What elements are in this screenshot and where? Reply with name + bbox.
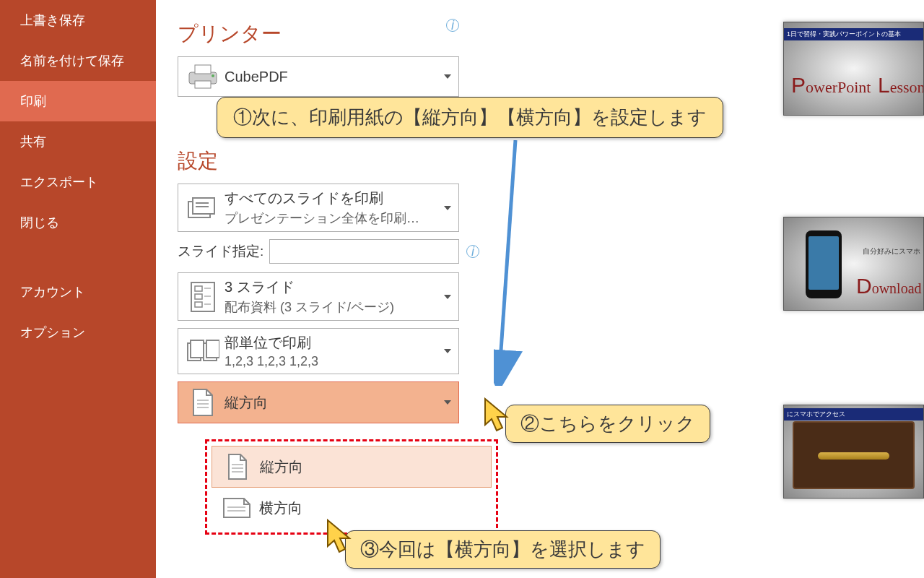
sidebar-item-label: オプション	[20, 325, 85, 340]
info-icon[interactable]: i	[466, 245, 479, 258]
sidebar-item-save-as[interactable]: 名前を付けて保存	[0, 40, 156, 81]
slide-spec-row: スライド指定: i	[178, 239, 459, 264]
portrait-page-icon	[221, 452, 254, 481]
preview-thumb-1[interactable]: 1日で習得・実践パワーポイントの基本 PPowerPointowerPoint …	[783, 22, 924, 116]
orientation-option-label: 横方向	[253, 499, 302, 518]
preview-thumb-3[interactable]: にスマホでアクセス	[783, 405, 924, 499]
sidebar-item-close[interactable]: 閉じる	[0, 202, 156, 243]
printer-name: CubePDF	[225, 69, 451, 85]
preview-thumb-2[interactable]: 自分好みにスマホ Download	[783, 217, 924, 311]
thumb-text: Download	[856, 274, 922, 298]
callout-step-1: ①次に、印刷用紙の【縦方向】【横方向】を設定します	[217, 97, 723, 138]
orientation-select[interactable]: 縦方向	[178, 381, 459, 423]
sidebar-item-label: 閉じる	[20, 215, 59, 230]
slides-stack-icon	[186, 192, 220, 224]
portrait-page-icon	[186, 387, 220, 418]
sidebar-item-export[interactable]: エクスポート	[0, 162, 156, 202]
svg-rect-1	[195, 65, 211, 74]
printer-icon	[186, 61, 220, 92]
sidebar-item-print[interactable]: 印刷	[0, 81, 156, 121]
print-range-line1: すべてのスライドを印刷	[225, 189, 451, 208]
callout-step-2: ②こちらをクリック	[505, 405, 710, 443]
sidebar-item-account[interactable]: アカウント	[0, 272, 156, 312]
sidebar-item-label: 印刷	[20, 94, 46, 108]
sidebar-item-options[interactable]: オプション	[0, 312, 156, 353]
sidebar-item-save[interactable]: 上書き保存	[0, 0, 156, 40]
orientation-option-landscape[interactable]: 横方向	[212, 488, 492, 528]
print-range-line2: プレゼンテーション全体を印刷…	[225, 210, 451, 227]
sidebar-item-label: エクスポート	[20, 175, 98, 189]
chevron-down-icon	[444, 74, 451, 79]
orientation-dropdown: 縦方向 横方向	[205, 439, 498, 535]
callout-step-3: ③今回は【横方向】を選択します	[345, 530, 661, 569]
slide-spec-input[interactable]	[269, 239, 459, 264]
sidebar-spacer	[0, 243, 156, 272]
section-title-settings: 設定	[178, 147, 539, 175]
chevron-down-icon	[444, 400, 451, 405]
handout-layout-select[interactable]: 3 スライド 配布資料 (3 スライド/ページ)	[178, 272, 459, 321]
svg-rect-18	[206, 340, 219, 358]
sidebar-item-share[interactable]: 共有	[0, 121, 156, 162]
backstage-sidebar: 上書き保存 名前を付けて保存 印刷 共有 エクスポート 閉じる アカウント オプ…	[0, 0, 156, 578]
thumb-text: PPowerPointowerPoint	[791, 73, 871, 98]
sidebar-item-label: 共有	[20, 134, 46, 149]
phone-icon	[806, 230, 842, 298]
sidebar-item-label: 上書き保存	[20, 13, 85, 27]
collate-line1: 部単位で印刷	[225, 333, 451, 353]
slide-spec-label: スライド指定:	[178, 242, 263, 261]
printer-select[interactable]: CubePDF	[178, 56, 459, 97]
sidebar-item-label: アカウント	[20, 285, 85, 299]
print-range-select[interactable]: すべてのスライドを印刷 プレゼンテーション全体を印刷…	[178, 184, 459, 232]
chevron-down-icon	[444, 206, 451, 210]
handout-line1: 3 スライド	[225, 277, 451, 297]
orientation-current: 縦方向	[225, 393, 451, 413]
orientation-option-label: 縦方向	[254, 457, 303, 477]
thumb-graphic	[793, 421, 915, 489]
chevron-down-icon	[444, 349, 451, 353]
svg-point-3	[212, 74, 214, 77]
collate-icon	[186, 335, 220, 367]
collate-select[interactable]: 部単位で印刷 1,2,3 1,2,3 1,2,3	[178, 328, 459, 374]
chevron-down-icon	[444, 295, 451, 299]
info-icon[interactable]: i	[446, 19, 459, 32]
orientation-option-portrait[interactable]: 縦方向	[212, 446, 492, 488]
thumb-text: Lesson	[878, 73, 924, 98]
svg-rect-16	[191, 340, 204, 358]
print-preview-thumbnails: 1日で習得・実践パワーポイントの基本 PPowerPointowerPoint …	[783, 0, 924, 578]
sidebar-item-label: 名前を付けて保存	[20, 53, 124, 68]
handout-line2: 配布資料 (3 スライド/ページ)	[225, 298, 451, 316]
section-title-printer: プリンター	[178, 20, 539, 48]
thumb-title-bar: にスマホでアクセス	[784, 408, 923, 420]
thumb-text: 自分好みにスマホ	[863, 246, 920, 256]
collate-line2: 1,2,3 1,2,3 1,2,3	[225, 354, 451, 369]
landscape-page-icon	[220, 493, 253, 522]
svg-rect-2	[195, 81, 211, 88]
thumb-title-bar: 1日で習得・実践パワーポイントの基本	[784, 28, 923, 40]
handout-icon	[186, 281, 220, 313]
